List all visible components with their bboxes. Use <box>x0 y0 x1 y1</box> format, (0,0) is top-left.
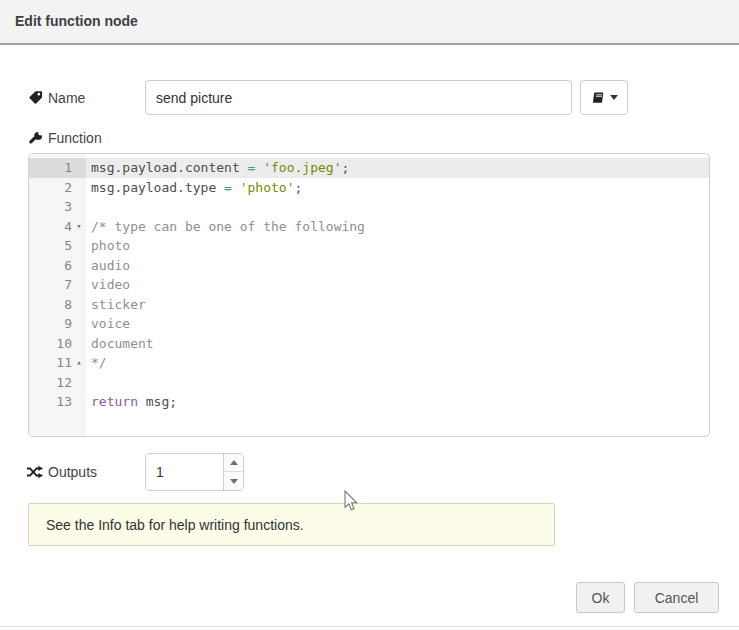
code-line[interactable]: /* type can be one of the following <box>86 217 709 237</box>
name-label: Name <box>28 80 85 115</box>
gutter-line-number: 5 <box>29 236 86 256</box>
name-input[interactable] <box>145 80 572 115</box>
outputs-label-text: Outputs <box>48 464 97 480</box>
code-token-comment: /* type can be one of the following <box>91 219 365 234</box>
caret-down-icon <box>610 95 618 100</box>
function-label-text: Function <box>48 130 102 146</box>
outputs-input[interactable] <box>146 454 224 490</box>
code-line[interactable]: sticker <box>86 295 709 315</box>
code-token-plain: msg.payload.type <box>91 180 224 195</box>
code-line[interactable] <box>86 373 709 393</box>
gutter-line-number: 9 <box>29 314 86 334</box>
code-token-plain: msg.payload.content <box>91 160 248 175</box>
gutter-line-number: 6 <box>29 256 86 276</box>
outputs-spinner <box>145 453 244 491</box>
code-token-plain: ; <box>341 160 349 175</box>
gutter-line-number: 12 <box>29 373 86 393</box>
dialog-bottom-border <box>0 626 739 627</box>
code-line[interactable]: msg.payload.type = 'photo'; <box>86 178 709 198</box>
spinner-down-button[interactable] <box>224 472 243 490</box>
gutter-line-number: 8 <box>29 295 86 315</box>
code-line[interactable]: msg.payload.content = 'foo.jpeg'; <box>86 158 709 178</box>
code-token-plain: msg; <box>138 394 177 409</box>
code-token-plain: ; <box>295 180 303 195</box>
code-line[interactable]: document <box>86 334 709 354</box>
fold-open-icon[interactable]: ▾ <box>73 217 85 237</box>
code-token-comment: voice <box>91 316 130 331</box>
book-icon <box>591 91 605 105</box>
editor-code[interactable]: msg.payload.content = 'foo.jpeg';msg.pay… <box>86 154 709 436</box>
spinner-up-button[interactable] <box>224 454 243 472</box>
code-token-comment: audio <box>91 258 130 273</box>
gutter-line-number: 4▾ <box>29 217 86 237</box>
edit-function-node-dialog: Edit function node Name Function <box>0 0 739 630</box>
function-label: Function <box>28 130 102 146</box>
arrow-up-icon <box>230 460 238 465</box>
form-tip: See the Info tab for help writing functi… <box>28 503 555 546</box>
code-line[interactable]: return msg; <box>86 392 709 412</box>
code-line[interactable]: video <box>86 275 709 295</box>
arrow-down-icon <box>230 479 238 484</box>
spinner-buttons <box>223 454 243 490</box>
gutter-line-number: 7 <box>29 275 86 295</box>
fold-close-icon[interactable]: ▴ <box>73 353 85 373</box>
gutter-line-number: 1 <box>29 158 86 178</box>
gutter-line-number: 10 <box>29 334 86 354</box>
ok-button[interactable]: Ok <box>576 582 625 613</box>
code-token-keyword: return <box>91 394 138 409</box>
code-line[interactable]: audio <box>86 256 709 276</box>
code-token-comment: photo <box>91 238 130 253</box>
gutter-line-number: 3 <box>29 197 86 217</box>
code-token-string: 'photo' <box>240 180 295 195</box>
dialog-title: Edit function node <box>15 0 138 43</box>
outputs-label: Outputs <box>26 462 97 482</box>
code-line[interactable]: voice <box>86 314 709 334</box>
code-line[interactable]: photo <box>86 236 709 256</box>
name-label-text: Name <box>48 90 85 106</box>
code-line[interactable] <box>86 197 709 217</box>
gutter-line-number: 13 <box>29 392 86 412</box>
code-token-string: 'foo.jpeg' <box>263 160 341 175</box>
code-token-comment: */ <box>91 355 107 370</box>
editor-gutter: 1234▾567891011▴1213 <box>29 154 86 436</box>
code-token-comment: document <box>91 336 154 351</box>
code-token-comment: video <box>91 277 130 292</box>
form-tip-text: See the Info tab for help writing functi… <box>46 517 304 533</box>
code-token-plain <box>232 180 240 195</box>
gutter-line-number: 11▴ <box>29 353 86 373</box>
code-token-operator: = <box>224 180 232 195</box>
library-button[interactable] <box>580 80 628 115</box>
tag-icon <box>28 90 43 105</box>
shuffle-icon <box>26 465 43 479</box>
cancel-button[interactable]: Cancel <box>634 582 719 613</box>
dialog-header: Edit function node <box>0 0 739 45</box>
code-line[interactable]: */ <box>86 353 709 373</box>
wrench-icon <box>28 131 43 146</box>
function-code-editor[interactable]: 1234▾567891011▴1213 msg.payload.content … <box>28 153 710 437</box>
code-token-comment: sticker <box>91 297 146 312</box>
gutter-line-number: 2 <box>29 178 86 198</box>
